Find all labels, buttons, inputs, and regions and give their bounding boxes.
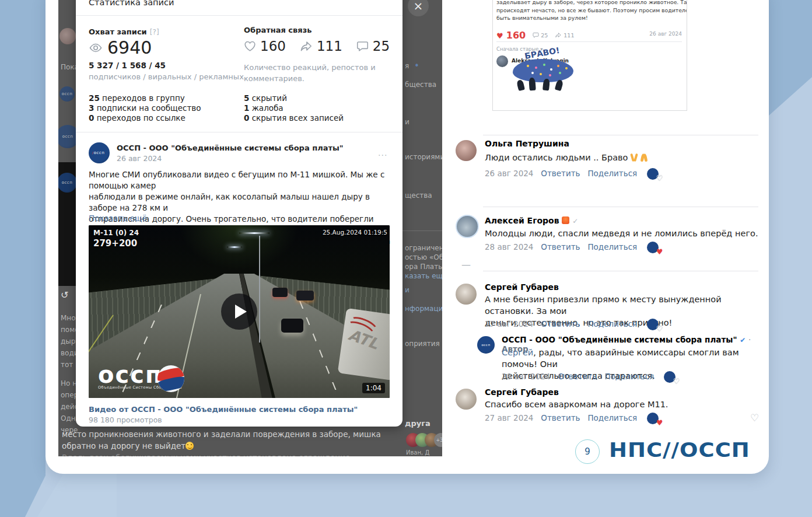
bg-menu-fragment: оприятия <box>405 340 440 348</box>
commenter-avatar[interactable] <box>456 215 479 238</box>
gift-badge-icon <box>562 216 569 224</box>
comment-date[interactable]: 26 авг 2024 <box>485 169 533 178</box>
share-link[interactable]: Поделиться <box>587 169 637 178</box>
close-icon[interactable]: × <box>408 0 429 16</box>
commenter-name[interactable]: Алексей Егоров ✓ <box>485 216 578 225</box>
comment-text: Люди остались людьми .. Браво <box>485 152 648 163</box>
commenter-name[interactable]: Сергей Губарев <box>485 387 559 397</box>
share-link[interactable]: Поделиться <box>587 413 637 422</box>
car <box>281 319 303 333</box>
community-reaction-badge[interactable]: ♥ <box>647 413 659 424</box>
views-eye-icon <box>89 41 103 55</box>
bg-show-more-link: казать ещё <box>405 272 442 280</box>
video-km-mark: 279+200 <box>93 238 137 249</box>
post-menu-button[interactable]: ... <box>378 148 387 158</box>
bg-post-text-line: обратно на дорогу не выйдет <box>62 441 194 450</box>
mini-likes[interactable]: ♥ 160 <box>496 30 526 41</box>
reach-label: Охват записи <box>89 27 147 36</box>
praying-hands-emoji <box>640 153 648 162</box>
stat-hide-all: 0 скрытия всех записей <box>244 113 344 123</box>
reply-link[interactable]: Ответить <box>558 372 597 381</box>
comment-date[interactable]: 27 авг 2024 <box>485 319 533 329</box>
community-avatar: оссп <box>60 86 75 102</box>
commenter-name[interactable]: Ольга Петрушина <box>485 139 569 148</box>
mini-post-line: быть внимательными за рулем! <box>496 14 687 22</box>
stat-link-clicks: 0 переходов по ссылке <box>89 113 186 123</box>
car <box>272 288 288 297</box>
play-button[interactable] <box>221 294 257 330</box>
reply-link[interactable]: Ответить <box>541 242 580 251</box>
bg-dark-left <box>0 0 46 517</box>
collapsed-replies-dash[interactable]: — <box>461 259 471 270</box>
video-player[interactable]: ATL M-11 (0) 24 279+200 25.Aug.2024 01:1… <box>89 225 390 398</box>
mini-post-line: происходят нечасто, но все же бывают. По… <box>496 6 687 14</box>
mini-comments[interactable]: 25 <box>533 32 548 39</box>
reach-value: 6940 <box>107 37 152 58</box>
commenter-avatar[interactable] <box>456 389 477 410</box>
commenter-avatar[interactable] <box>456 140 477 161</box>
post-author-name[interactable]: ОССП - ООО "Объединённые системы сбора п… <box>117 144 344 152</box>
friends-avatars: +30 <box>406 433 442 448</box>
stat-transitions-group: 25 переходов в группу <box>89 93 185 103</box>
mention-link[interactable]: Сергей <box>502 348 533 357</box>
comment-bubble-icon <box>356 40 369 52</box>
community-reaction-badge[interactable]: ♡ <box>664 371 676 383</box>
community-reaction-badge[interactable]: ♥ <box>647 242 659 253</box>
avatar <box>60 28 76 44</box>
victory-hand-emoji <box>631 153 638 162</box>
reply-link[interactable]: Ответить <box>541 319 580 329</box>
post-screenshot-mini: самостоятельно отлавливает животное и от… <box>492 0 687 111</box>
feedback-caption: Количество реакций, репостов и комментар… <box>244 63 376 83</box>
video-title-link[interactable]: Видео от ОССП - ООО "Объединённые систем… <box>89 405 358 414</box>
share-link[interactable]: Поделиться <box>604 372 654 381</box>
bg-about-fragment: ора Платы» ( <box>405 263 442 271</box>
share-link[interactable]: Поделиться <box>587 319 637 329</box>
mini-commenter-avatar[interactable] <box>496 55 508 67</box>
comment-date[interactable]: 27 авг 2024 <box>485 413 533 422</box>
bg-menu-fragment: я <box>405 62 409 70</box>
bg-friends-header: друга <box>405 419 430 428</box>
commenter-avatar[interactable] <box>456 284 477 305</box>
comment-meta: 27 авг 2024 Ответить Поделиться ♡ <box>485 319 659 330</box>
smile-emoji <box>186 442 194 450</box>
reply-link[interactable]: Ответить <box>541 169 580 178</box>
like-heart-icon <box>244 40 256 52</box>
community-reaction-badge[interactable]: ♡ <box>647 168 659 180</box>
bg-menu-fragment: бщества <box>405 81 436 89</box>
mini-post-line: заделывает дыру в заборе, через которое … <box>496 0 687 6</box>
show-more-link[interactable]: Показать ещё <box>89 214 147 223</box>
commenter-name[interactable]: Сергей Губарев <box>485 282 559 292</box>
bg-link-fragment: и <box>405 286 410 294</box>
comment-meta: 27 авг 2024 Ответить Поделиться ♥ <box>485 413 659 424</box>
bravo-sticker: БРАВО! <box>509 50 579 90</box>
reposts-count: 111 <box>317 39 342 54</box>
truck: ATL <box>338 308 390 380</box>
community-avatar[interactable]: оссп <box>477 336 495 354</box>
ossp-logo-swoosh-icon <box>158 365 184 392</box>
car <box>296 291 314 301</box>
post-date[interactable]: 26 авг 2024 <box>117 154 162 163</box>
mini-reposts[interactable]: 111 <box>555 32 574 39</box>
page-number: 9 <box>575 439 600 464</box>
bg-menu-fragment: щества <box>405 191 432 200</box>
comment-date[interactable]: 28 авг 2024 <box>502 372 550 381</box>
like-heart-icon[interactable]: ♡ <box>750 412 759 424</box>
community-reaction-badge[interactable]: ♡ <box>647 319 659 330</box>
modal-title: Статистика записи <box>89 0 174 7</box>
bg-post-text-line: Вдоль всех обслуживаемых нами участков у… <box>62 453 350 456</box>
bg-about-fragment: ограниченно <box>405 244 442 252</box>
comment-text: Молодцы люди, спасли медведя и не ломили… <box>485 228 758 239</box>
video-views: 98 180 просмотров <box>89 415 162 424</box>
mini-post-date: 26 авг 2024 <box>649 31 682 37</box>
post-author-avatar[interactable]: оссп/ <box>89 142 110 163</box>
bg-link-fragment: нформация <box>405 305 442 313</box>
reach-help-icon[interactable]: [?] <box>150 28 159 36</box>
friends-caption: Иван, Д <box>406 449 429 456</box>
stat-subscriptions: 3 подписки на сообщество <box>89 103 201 113</box>
reply-link[interactable]: Ответить <box>541 413 580 422</box>
comment-meta: 28 авг 2024 Ответить Поделиться ♥ <box>485 242 659 253</box>
stat-reports: 1 жалоба <box>244 103 284 113</box>
bg-menu-fragment: и <box>405 118 410 126</box>
comment-date[interactable]: 28 авг 2024 <box>485 242 533 251</box>
share-link[interactable]: Поделиться <box>587 242 637 251</box>
